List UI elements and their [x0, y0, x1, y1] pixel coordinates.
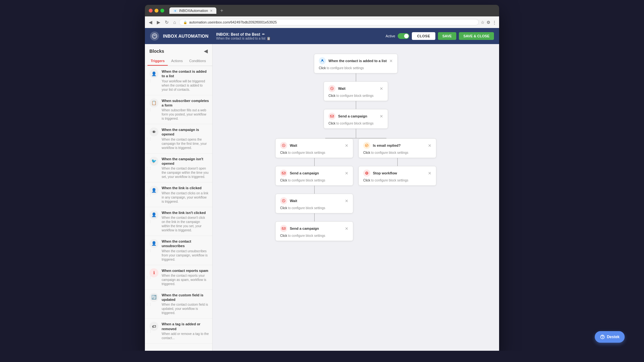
send-campaign-block-1[interactable]: Send a campaign ✕ Click to configure blo…: [324, 109, 388, 129]
list-item[interactable]: ⋮⋮ 👤 When the link is clicked When the c…: [145, 182, 212, 207]
canvas[interactable]: When the contact is added to a list ✕ Cl…: [213, 44, 499, 356]
tab-conditions[interactable]: Conditions: [186, 57, 209, 66]
item-text-7: When contact reports spam When the conta…: [162, 268, 209, 286]
back-button[interactable]: ◀: [147, 19, 154, 25]
new-tab-button[interactable]: +: [219, 8, 224, 14]
maximize-dot[interactable]: [160, 9, 164, 13]
list-item[interactable]: ⋮⋮ 🐦 When the campaign isn't opened When…: [145, 153, 212, 183]
is-email-replied-close[interactable]: ✕: [428, 143, 431, 148]
send-campaign-3-title: Send a campaign: [290, 227, 342, 230]
send-campaign-icon-1: [328, 113, 336, 120]
send-campaign-block-3[interactable]: Send a campaign ✕ Click to configure blo…: [275, 221, 353, 241]
list-icon: 📋: [267, 37, 270, 40]
sidebar-collapse-button[interactable]: ◀: [204, 48, 208, 54]
send-campaign-3-close[interactable]: ✕: [345, 226, 348, 231]
svg-point-0: [152, 34, 157, 38]
list-item[interactable]: ⋮⋮ 🏷 When a tag is added or removed When…: [145, 319, 212, 344]
send-campaign-block-2[interactable]: Send a campaign ✕ Click to configure blo…: [275, 166, 353, 186]
item-icon-2: 👁: [149, 127, 158, 136]
wait-block-1[interactable]: Wait ✕ Click to configure block settings: [324, 81, 388, 101]
tab-close-icon[interactable]: ✕: [210, 9, 213, 13]
stop-workflow-icon: [363, 170, 370, 177]
item-icon-5: 👤: [149, 210, 158, 219]
url-bar[interactable]: 🔒 automation.useinbox.com/642497bdb2092f…: [179, 19, 479, 25]
close-dot[interactable]: [149, 9, 153, 13]
list-item[interactable]: ⋮⋮ 👤 When the contact unsubscribes When …: [145, 236, 212, 265]
wait-block-2-close[interactable]: ✕: [345, 143, 348, 148]
stop-workflow-block[interactable]: Stop workflow ✕ Click to configure block…: [358, 166, 436, 186]
trigger-block[interactable]: When the contact is added to a list ✕ Cl…: [314, 54, 398, 73]
send-campaign-3-header: Send a campaign ✕: [280, 225, 348, 232]
svg-point-11: [602, 338, 602, 338]
app-topbar: INBOX AUTOMATION INBOX: Best of the Best…: [145, 28, 499, 44]
item-text-3: When the campaign isn't opened When the …: [162, 157, 209, 179]
svg-rect-5: [282, 172, 285, 174]
wait-block-3-close[interactable]: ✕: [345, 199, 348, 203]
sidebar-header: Blocks ◀: [145, 44, 212, 57]
browser-navbar: ◀ ▶ ↻ ⌂ 🔒 automation.useinbox.com/642497…: [145, 16, 499, 28]
home-button[interactable]: ⌂: [172, 19, 177, 25]
list-item[interactable]: ⋮⋮ ℹ When contact reports spam When the …: [145, 265, 212, 290]
wait-block-1-title: Wait: [338, 87, 377, 90]
send-campaign-2-close[interactable]: ✕: [345, 171, 348, 176]
connector-1: [356, 73, 356, 81]
wait-block-2-title: Wait: [290, 144, 342, 147]
close-button[interactable]: CLOSE: [412, 32, 435, 40]
send-campaign-1-close[interactable]: ✕: [380, 114, 383, 119]
url-text: automation.useinbox.com/642497bdb2092f00…: [189, 20, 277, 24]
drag-handle: ⋮⋮: [146, 166, 152, 170]
wait-block-1-close[interactable]: ✕: [380, 86, 383, 91]
drag-handle: ⋮⋮: [146, 137, 152, 140]
connector-left-2: [314, 186, 315, 194]
trigger-block-close[interactable]: ✕: [389, 59, 393, 63]
stop-workflow-close[interactable]: ✕: [428, 171, 431, 176]
email-replied-icon: [363, 142, 370, 149]
reload-button[interactable]: ↻: [164, 19, 170, 25]
list-item[interactable]: ⋮⋮ 🔄 When the custom field is updated Wh…: [145, 290, 212, 319]
workflow-info: INBOX: Best of the Best ✏ When the conta…: [212, 32, 382, 40]
wait-block-2-header: Wait ✕: [280, 142, 348, 149]
drag-handle: ⋮⋮: [146, 302, 152, 306]
wait-block-3-title: Wait: [290, 199, 342, 203]
list-item[interactable]: ⋮⋮ 👤 When the link isn't clicked When th…: [145, 207, 212, 236]
menu-icon[interactable]: ⋮: [492, 20, 497, 25]
sidebar: Blocks ◀ Triggers Actions Conditions: [145, 44, 213, 356]
active-toggle[interactable]: [398, 33, 409, 39]
drag-handle: ⋮⋮: [146, 275, 152, 279]
browser-tab[interactable]: 📧 INBOXAutomation ✕: [169, 7, 216, 14]
tab-actions[interactable]: Actions: [168, 57, 186, 66]
is-email-replied-title: Is email replied?: [373, 144, 425, 147]
stop-workflow-body: Click to configure block settings: [363, 179, 431, 182]
wait-block-3[interactable]: Wait ✕ Click to configure block settings: [275, 194, 353, 213]
save-button[interactable]: SAVE: [438, 32, 456, 40]
bookmark-icon[interactable]: ☆: [481, 20, 485, 25]
drag-handle: ⋮⋮: [146, 219, 152, 223]
app-logo: INBOX AUTOMATION: [163, 33, 208, 39]
send-campaign-2-title: Send a campaign: [290, 171, 342, 175]
list-item[interactable]: ⋮⋮ 👁 When the campaign is opened When th…: [145, 124, 212, 153]
sidebar-tabs: Triggers Actions Conditions: [145, 57, 212, 66]
tab-triggers[interactable]: Triggers: [147, 57, 168, 66]
send-campaign-1-body: Click to configure block settings: [328, 122, 383, 125]
edit-icon[interactable]: ✏: [262, 32, 265, 36]
app-logo-icon: [150, 32, 159, 41]
taskbar: [0, 351, 644, 362]
browser-titlebar: 📧 INBOXAutomation ✕ +: [145, 5, 499, 16]
sidebar-title: Blocks: [149, 49, 164, 54]
forward-button[interactable]: ▶: [156, 19, 162, 25]
drag-handle: ⋮⋮: [146, 79, 152, 82]
topbar-actions: Active CLOSE SAVE SAVE & CLOSE: [385, 32, 494, 40]
list-item[interactable]: ⋮⋮ 📋 When subscriber completes a form Wh…: [145, 95, 212, 125]
wait-block-2[interactable]: Wait ✕ Click to configure block settings: [275, 138, 353, 158]
item-text-6: When the contact unsubscribes When the c…: [162, 239, 209, 262]
destek-button[interactable]: Destek: [595, 331, 625, 343]
minimize-dot[interactable]: [155, 9, 158, 13]
item-text-8: When the custom field is updated When th…: [162, 293, 209, 315]
active-label: Active: [385, 34, 395, 38]
is-email-replied-block[interactable]: Is email replied? ✕ Click to configure b…: [358, 138, 436, 158]
wait-icon-3: [280, 197, 287, 204]
extensions-icon[interactable]: ⚙: [487, 20, 490, 25]
list-item[interactable]: ⋮⋮ 👤 When the contact is added to a list…: [145, 66, 212, 95]
stop-workflow-title: Stop workflow: [373, 171, 425, 175]
save-close-button[interactable]: SAVE & CLOSE: [459, 32, 494, 40]
